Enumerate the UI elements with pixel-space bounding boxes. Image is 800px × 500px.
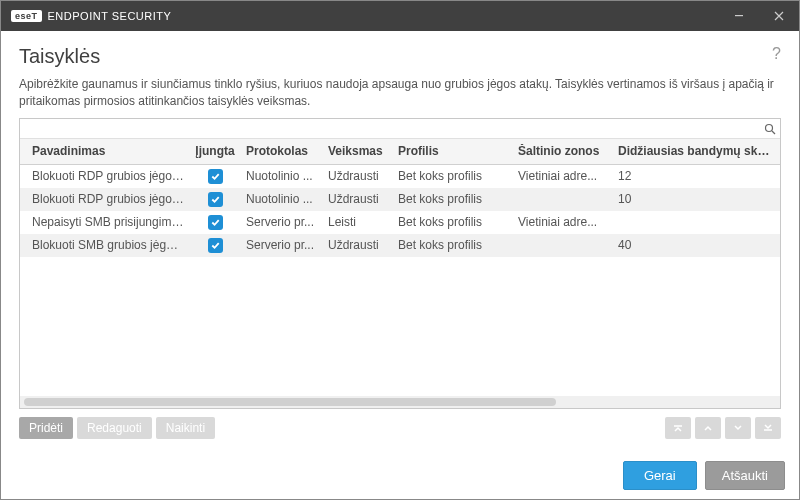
col-enabled[interactable]: Įjungta [190,144,240,158]
add-button[interactable]: Pridėti [19,417,73,439]
checkbox-checked-icon[interactable] [208,215,223,230]
cell-max: 12 [612,169,780,183]
cell-profile: Bet koks profilis [392,192,512,206]
svg-rect-0 [735,15,743,16]
cell-action: Uždrausti [322,238,392,252]
cell-profile: Bet koks profilis [392,169,512,183]
content-area: Taisyklės ? Apibrėžkite gaunamus ir siun… [1,31,799,451]
cell-name: Nepaisyti SMB prisijungimo ... [20,215,190,229]
edit-button[interactable]: Redaguoti [77,417,152,439]
col-action[interactable]: Veiksmas [322,144,392,158]
table-header: Pavadinimas Įjungta Protokolas Veiksmas … [20,139,780,165]
cell-max: 10 [612,192,780,206]
cell-protocol: Serverio pr... [240,238,322,252]
cell-source: Vietiniai adre... [512,169,612,183]
brand-name: ENDPOINT SECURITY [48,10,172,22]
cell-enabled[interactable] [190,192,240,207]
cell-source: Vietiniai adre... [512,215,612,229]
col-source[interactable]: Šaltinio zonos [512,144,612,158]
window: eseT ENDPOINT SECURITY Taisyklės ? Apibr… [0,0,800,500]
cell-protocol: Nuotolinio ... [240,169,322,183]
rules-table: Pavadinimas Įjungta Protokolas Veiksmas … [19,118,781,409]
svg-line-2 [772,131,775,134]
chevron-up-icon [702,422,714,434]
move-top-button[interactable] [665,417,691,439]
cell-name: Blokuoti RDP grubios jėgos a... [20,169,190,183]
move-bottom-button[interactable] [755,417,781,439]
help-icon: ? [772,45,781,62]
cancel-button[interactable]: Atšaukti [705,461,785,490]
table-row[interactable]: Nepaisyti SMB prisijungimo ...Serverio p… [20,211,780,234]
cell-enabled[interactable] [190,238,240,253]
cell-protocol: Serverio pr... [240,215,322,229]
cell-action: Uždrausti [322,169,392,183]
chevron-top-icon [672,422,684,434]
table-body: Blokuoti RDP grubios jėgos a...Nuotolini… [20,165,780,396]
help-button[interactable]: ? [772,45,781,63]
cell-profile: Bet koks profilis [392,215,512,229]
cell-enabled[interactable] [190,169,240,184]
cell-max: 40 [612,238,780,252]
page-title: Taisyklės [19,45,781,68]
ok-button[interactable]: Gerai [623,461,697,490]
search-button[interactable] [760,119,780,139]
cell-protocol: Nuotolinio ... [240,192,322,206]
cell-profile: Bet koks profilis [392,238,512,252]
delete-button[interactable]: Naikinti [156,417,215,439]
col-max[interactable]: Didžiausias bandymų skaičius [612,144,781,158]
table-row[interactable]: Blokuoti RDP grubios jėgos a...Nuotolini… [20,165,780,188]
checkbox-checked-icon[interactable] [208,169,223,184]
chevron-down-icon [732,422,744,434]
table-row[interactable]: Blokuoti RDP grubios jėgos a...Nuotolini… [20,188,780,211]
col-name[interactable]: Pavadinimas [20,144,190,158]
brand: eseT ENDPOINT SECURITY [11,10,171,22]
checkbox-checked-icon[interactable] [208,192,223,207]
cell-action: Uždrausti [322,192,392,206]
cell-name: Blokuoti SMB grubios jėgos ... [20,238,190,252]
cell-enabled[interactable] [190,215,240,230]
search-row [20,119,780,139]
move-up-button[interactable] [695,417,721,439]
cell-name: Blokuoti RDP grubios jėgos a... [20,192,190,206]
horizontal-scrollbar[interactable] [20,396,780,408]
brand-badge: eseT [11,10,42,22]
search-icon [764,123,776,135]
svg-point-1 [766,124,773,131]
cell-action: Leisti [322,215,392,229]
chevron-bottom-icon [762,422,774,434]
titlebar: eseT ENDPOINT SECURITY [1,1,799,31]
col-profile[interactable]: Profilis [392,144,512,158]
col-protocol[interactable]: Protokolas [240,144,322,158]
footer: Gerai Atšaukti [1,451,799,499]
toolbar: Pridėti Redaguoti Naikinti [19,417,781,439]
checkbox-checked-icon[interactable] [208,238,223,253]
close-icon [774,11,784,21]
close-button[interactable] [759,1,799,31]
minimize-button[interactable] [719,1,759,31]
move-down-button[interactable] [725,417,751,439]
minimize-icon [734,11,744,21]
page-description: Apibrėžkite gaunamus ir siunčiamus tinkl… [19,76,781,110]
table-row[interactable]: Blokuoti SMB grubios jėgos ...Serverio p… [20,234,780,257]
scrollbar-thumb[interactable] [24,398,556,406]
